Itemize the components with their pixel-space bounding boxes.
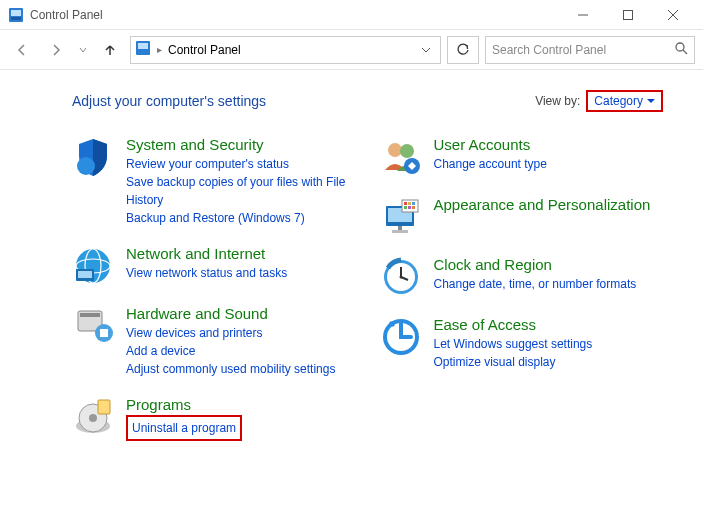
control-panel-icon (135, 40, 151, 59)
view-by-control: View by: Category (535, 90, 663, 112)
category-link[interactable]: Optimize visual display (434, 353, 664, 371)
svg-point-23 (89, 414, 97, 422)
svg-point-9 (676, 43, 684, 51)
svg-line-10 (683, 50, 687, 54)
clock-icon (380, 256, 422, 298)
category-title[interactable]: Network and Internet (126, 245, 356, 262)
svg-rect-33 (404, 202, 407, 205)
window-title: Control Panel (30, 8, 103, 22)
chevron-right-icon[interactable]: ▸ (157, 44, 162, 55)
minimize-button[interactable] (560, 0, 605, 30)
view-by-dropdown[interactable]: Category (586, 90, 663, 112)
svg-point-26 (400, 144, 414, 158)
category-link[interactable]: Add a device (126, 342, 356, 360)
category-hardware: Hardware and Sound View devices and prin… (72, 305, 356, 378)
highlight-box: Uninstall a program (126, 415, 242, 441)
left-column: System and Security Review your computer… (72, 136, 356, 459)
svg-rect-36 (404, 206, 407, 209)
category-title[interactable]: Appearance and Personalization (434, 196, 664, 213)
settings-header: Adjust your computer's settings View by:… (72, 90, 663, 112)
svg-rect-38 (412, 206, 415, 209)
svg-rect-20 (100, 329, 108, 337)
close-button[interactable] (650, 0, 695, 30)
svg-point-43 (399, 276, 402, 279)
svg-rect-34 (408, 202, 411, 205)
category-appearance: Appearance and Personalization (380, 196, 664, 238)
up-button[interactable] (96, 36, 124, 64)
network-icon (72, 245, 114, 287)
appearance-icon (380, 196, 422, 238)
category-link[interactable]: View devices and printers (126, 324, 356, 342)
svg-rect-16 (78, 271, 92, 278)
category-link[interactable]: Uninstall a program (132, 421, 236, 435)
maximize-button[interactable] (605, 0, 650, 30)
search-input[interactable] (492, 43, 668, 57)
category-clock: Clock and Region Change date, time, or n… (380, 256, 664, 298)
category-programs: Programs Uninstall a program (72, 396, 356, 441)
category-link[interactable]: Change account type (434, 155, 664, 173)
category-link[interactable]: View network status and tasks (126, 264, 356, 282)
shield-icon (72, 136, 114, 178)
category-link[interactable]: Change date, time, or number formats (434, 275, 664, 293)
svg-rect-1 (11, 10, 21, 16)
category-ease-of-access: Ease of Access Let Windows suggest setti… (380, 316, 664, 371)
category-title[interactable]: Ease of Access (434, 316, 664, 333)
svg-rect-31 (392, 230, 408, 233)
category-title[interactable]: User Accounts (434, 136, 664, 153)
svg-rect-24 (98, 400, 110, 414)
category-link[interactable]: Backup and Restore (Windows 7) (126, 209, 356, 227)
category-title[interactable]: Clock and Region (434, 256, 664, 273)
category-link[interactable]: Adjust commonly used mobility settings (126, 360, 356, 378)
svg-rect-2 (11, 17, 21, 20)
svg-rect-30 (398, 226, 402, 230)
svg-rect-18 (80, 313, 100, 317)
category-title[interactable]: System and Security (126, 136, 356, 153)
svg-rect-8 (138, 43, 148, 49)
content-area: Adjust your computer's settings View by:… (0, 70, 703, 479)
view-by-value: Category (594, 94, 643, 108)
svg-rect-35 (412, 202, 415, 205)
address-bar[interactable]: ▸ Control Panel (130, 36, 441, 64)
svg-rect-37 (408, 206, 411, 209)
control-panel-icon (8, 7, 24, 23)
breadcrumb[interactable]: Control Panel (168, 43, 241, 57)
svg-rect-4 (623, 10, 632, 19)
navigation-bar: ▸ Control Panel (0, 30, 703, 70)
titlebar: Control Panel (0, 0, 703, 30)
category-user-accounts: User Accounts Change account type (380, 136, 664, 178)
category-network: Network and Internet View network status… (72, 245, 356, 287)
category-link[interactable]: Save backup copies of your files with Fi… (126, 173, 356, 209)
category-system-security: System and Security Review your computer… (72, 136, 356, 227)
back-button[interactable] (8, 36, 36, 64)
hardware-icon (72, 305, 114, 347)
forward-button[interactable] (42, 36, 70, 64)
svg-point-11 (77, 157, 95, 175)
right-column: User Accounts Change account type Appear… (380, 136, 664, 459)
category-title[interactable]: Hardware and Sound (126, 305, 356, 322)
category-link[interactable]: Let Windows suggest settings (434, 335, 664, 353)
refresh-button[interactable] (447, 36, 479, 64)
chevron-down-icon (647, 97, 655, 105)
search-icon[interactable] (674, 41, 688, 58)
ease-of-access-icon (380, 316, 422, 358)
page-title: Adjust your computer's settings (72, 93, 266, 109)
category-link[interactable]: Review your computer's status (126, 155, 356, 173)
recent-dropdown-icon[interactable] (76, 36, 90, 64)
search-box[interactable] (485, 36, 695, 64)
user-accounts-icon (380, 136, 422, 178)
programs-icon (72, 396, 114, 438)
chevron-down-icon[interactable] (416, 45, 436, 55)
view-by-label: View by: (535, 94, 580, 108)
category-title[interactable]: Programs (126, 396, 356, 413)
svg-point-25 (388, 143, 402, 157)
